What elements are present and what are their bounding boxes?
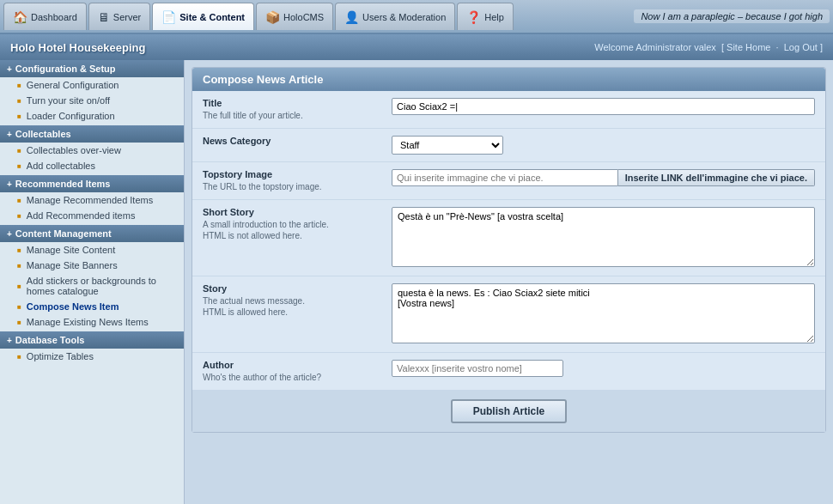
news-category-select[interactable]: Staff General Updates Events xyxy=(392,136,503,155)
author-desc: Who's the author of the article? xyxy=(203,372,381,383)
compose-panel-header: Compose News Article xyxy=(192,68,825,91)
sidebar-item-add-recommended[interactable]: Add Recommended items xyxy=(0,208,184,223)
sidebar-item-optimize-tables[interactable]: Optimize Tables xyxy=(0,349,184,364)
title-control-col xyxy=(392,98,815,115)
compose-wrapper: Compose News Article Title The full titl… xyxy=(192,67,826,433)
expand-icon-2: + xyxy=(7,130,12,139)
tab-server[interactable]: 🖥 Server xyxy=(88,3,150,30)
topstory-desc: The URL to the topstory image. xyxy=(203,181,381,192)
sidebar-section-header-collectables[interactable]: + Collectables xyxy=(0,125,184,143)
story-desc: The actual news message.HTML is allowed … xyxy=(203,295,381,318)
title-desc: The full title of your article. xyxy=(203,110,381,121)
sidebar-item-manage-site-banners[interactable]: Manage Site Banners xyxy=(0,258,184,273)
top-navigation: 🏠 Dashboard 🖥 Server 📄 Site & Content 📦 … xyxy=(0,0,833,34)
publish-row: Publish Article xyxy=(192,391,825,432)
main-layout: + Configuration & Setup General Configur… xyxy=(0,60,833,504)
sidebar-section-header-recommended[interactable]: + Recommended Items xyxy=(0,175,184,192)
short-story-desc: A small introduction to the article.HTML… xyxy=(203,219,381,241)
tab-users-moderation[interactable]: 👤 Users & Moderation xyxy=(335,3,455,30)
short-story-textarea[interactable] xyxy=(392,207,815,267)
sidebar-item-manage-recommended[interactable]: Manage Recommended Items xyxy=(0,192,184,208)
tab-dashboard[interactable]: 🏠 Dashboard xyxy=(3,3,87,30)
title-label-col: Title The full title of your article. xyxy=(203,98,392,121)
sidebar: + Configuration & Setup General Configur… xyxy=(0,60,185,504)
sidebar-item-manage-site-content[interactable]: Manage Site Content xyxy=(0,242,184,258)
sidebar-item-compose-news[interactable]: Compose News Item xyxy=(0,299,184,314)
header-bar: Holo Hotel Housekeeping Welcome Administ… xyxy=(0,34,833,60)
short-story-label-col: Short Story A small introduction to the … xyxy=(203,207,392,241)
form-row-news-category: News Category Staff General Updates Even… xyxy=(192,129,825,162)
news-category-control-col: Staff General Updates Events xyxy=(392,136,815,155)
topstory-url-input[interactable] xyxy=(392,169,618,186)
form-row-topstory: Topstory Image The URL to the topstory i… xyxy=(192,162,825,200)
topstory-control-col: Inserite LINK dell'immagine che vi piace… xyxy=(392,169,815,186)
dashboard-icon: 🏠 xyxy=(13,10,27,24)
story-textarea[interactable] xyxy=(392,283,815,343)
sidebar-item-add-stickers[interactable]: Add stickers or backgrounds to homes cat… xyxy=(0,273,184,299)
site-content-icon: 📄 xyxy=(161,10,176,24)
author-label: Author xyxy=(203,360,381,370)
holocms-icon: 📦 xyxy=(265,10,280,24)
topstory-inputs: Inserite LINK dell'immagine che vi piace… xyxy=(392,169,815,186)
site-home-link[interactable]: Site Home xyxy=(727,42,770,52)
title-input[interactable] xyxy=(392,98,815,115)
help-icon: ❓ xyxy=(466,10,481,24)
sidebar-section-recommended: + Recommended Items Manage Recommended I… xyxy=(0,175,184,223)
form-row-short-story: Short Story A small introduction to the … xyxy=(192,200,825,276)
expand-icon: + xyxy=(7,64,12,74)
sidebar-section-content-management: + Content Management Manage Site Content… xyxy=(0,225,184,330)
sidebar-item-manage-news[interactable]: Manage Existing News Items xyxy=(0,314,184,330)
author-control-col xyxy=(392,360,815,377)
topstory-label-col: Topstory Image The URL to the topstory i… xyxy=(203,169,392,192)
topstory-label: Topstory Image xyxy=(203,169,381,179)
form-row-story: Story The actual news message.HTML is al… xyxy=(192,276,825,353)
short-story-control-col xyxy=(392,207,815,269)
publish-button[interactable]: Publish Article xyxy=(451,399,568,423)
compose-form: Title The full title of your article. Ne… xyxy=(192,91,825,391)
sidebar-item-add-collectables[interactable]: Add collectables xyxy=(0,158,184,173)
expand-icon-3: + xyxy=(7,179,12,189)
tab-site-content[interactable]: 📄 Site & Content xyxy=(152,3,254,30)
sidebar-section-configuration: + Configuration & Setup General Configur… xyxy=(0,60,184,124)
title-label: Title xyxy=(203,98,381,108)
expand-icon-4: + xyxy=(7,229,12,239)
topstory-link-button[interactable]: Inserite LINK dell'immagine che vi piace… xyxy=(618,169,815,186)
form-row-author: Author Who's the author of the article? xyxy=(192,353,825,391)
form-row-title: Title The full title of your article. xyxy=(192,91,825,129)
tab-help[interactable]: ❓ Help xyxy=(457,3,514,30)
author-input[interactable] xyxy=(392,360,563,377)
log-out-link[interactable]: Log Out xyxy=(784,42,818,52)
sidebar-section-header-database-tools[interactable]: + Database Tools xyxy=(0,331,184,349)
story-control-col xyxy=(392,283,815,345)
tab-holocms[interactable]: 📦 HoloCMS xyxy=(256,3,333,30)
sidebar-section-header-content-management[interactable]: + Content Management xyxy=(0,225,184,242)
news-category-label-col: News Category xyxy=(203,136,392,148)
users-icon: 👤 xyxy=(344,10,359,24)
story-label-col: Story The actual news message.HTML is al… xyxy=(203,283,392,318)
sidebar-section-header-configuration[interactable]: + Configuration & Setup xyxy=(0,60,184,77)
sidebar-item-general-config[interactable]: General Configuration xyxy=(0,77,184,93)
sidebar-item-turn-on-off[interactable]: Turn your site on/off xyxy=(0,93,184,108)
content-area: Compose News Article Title The full titl… xyxy=(185,60,833,504)
news-category-label: News Category xyxy=(203,136,381,146)
short-story-label: Short Story xyxy=(203,207,381,217)
ticker-text: Now I am a paraplegic – because I got hi… xyxy=(634,9,830,23)
header-welcome: Welcome Administrator valex [ Site Home … xyxy=(594,42,823,52)
site-title: Holo Hotel Housekeeping xyxy=(10,41,145,54)
sidebar-item-loader-config[interactable]: Loader Configuration xyxy=(0,108,184,124)
sidebar-item-collectables-overview[interactable]: Collectables over-view xyxy=(0,143,184,158)
expand-icon-5: + xyxy=(7,336,12,345)
compose-panel: Compose News Article Title The full titl… xyxy=(192,67,826,433)
server-icon: 🖥 xyxy=(98,10,110,24)
author-label-col: Author Who's the author of the article? xyxy=(203,360,392,383)
story-label: Story xyxy=(203,283,381,294)
sidebar-section-database-tools: + Database Tools Optimize Tables xyxy=(0,331,184,364)
sidebar-section-collectables: + Collectables Collectables over-view Ad… xyxy=(0,125,184,173)
